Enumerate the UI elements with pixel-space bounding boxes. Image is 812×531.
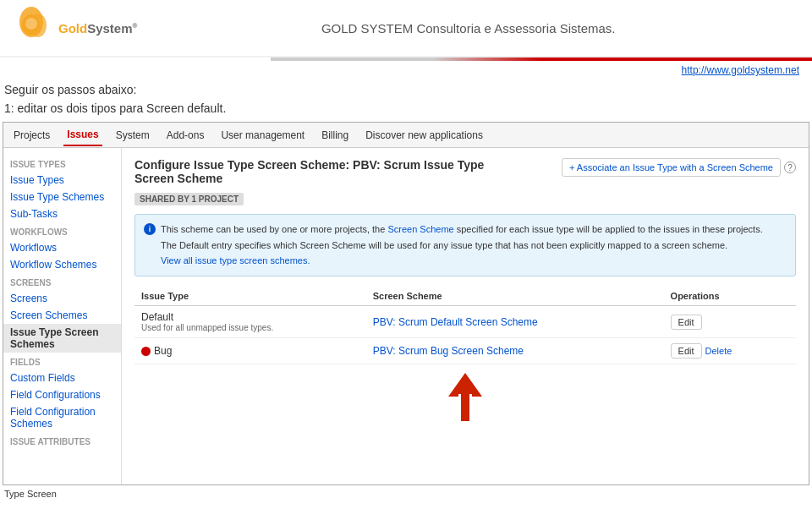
page-title: Configure Issue Type Screen Scheme: PBV:… bbox=[134, 158, 490, 185]
sidebar-item-workflow-schemes[interactable]: Workflow Schemes bbox=[3, 256, 121, 273]
sidebar-section-title-issue-attributes: ISSUE ATTRIBUTES bbox=[3, 432, 121, 449]
issue-type-default: Default Used for all unmapped issue type… bbox=[134, 306, 366, 338]
website-link[interactable]: http://www.goldsystem.net bbox=[682, 64, 799, 76]
edit-btn-default[interactable]: Edit bbox=[671, 315, 702, 330]
page-header-row: Configure Issue Type Screen Scheme: PBV:… bbox=[134, 158, 796, 185]
sidebar-item-screen-schemes[interactable]: Screen Schemes bbox=[3, 307, 121, 324]
info-box: i This scheme can be used by one or more… bbox=[134, 214, 796, 276]
sidebar-item-field-configurations[interactable]: Field Configurations bbox=[3, 386, 121, 403]
associate-btn[interactable]: + Associate an Issue Type with a Screen … bbox=[562, 158, 781, 177]
sidebar: ISSUE TYPES Issue Types Issue Type Schem… bbox=[3, 148, 122, 484]
nav-item-issues[interactable]: Issues bbox=[63, 124, 102, 146]
info-line2: The Default entry specifies which Screen… bbox=[161, 238, 763, 254]
sidebar-section-screens: SCREENS Screens Screen Schemes Issue Typ… bbox=[3, 273, 121, 353]
col-screen-scheme: Screen Scheme bbox=[366, 287, 664, 306]
issue-type-name: Default bbox=[141, 311, 359, 323]
sidebar-section-issue-attributes: ISSUE ATTRIBUTES bbox=[3, 432, 121, 449]
bug-icon bbox=[141, 347, 151, 356]
intro-line1: Seguir os passos abaixo: bbox=[4, 83, 808, 96]
sidebar-item-subtasks[interactable]: Sub-Tasks bbox=[3, 205, 121, 222]
intro-line2: 1: editar os dois tipos para Screen defa… bbox=[4, 101, 808, 115]
col-operations: Operations bbox=[664, 287, 796, 306]
sidebar-item-screens[interactable]: Screens bbox=[3, 290, 121, 307]
sidebar-item-workflows[interactable]: Workflows bbox=[3, 239, 121, 256]
ops-default: Edit bbox=[664, 306, 796, 338]
logo-icon bbox=[13, 7, 55, 49]
nav-item-billing[interactable]: Billing bbox=[318, 125, 352, 145]
nav-item-discover[interactable]: Discover new applications bbox=[362, 125, 486, 145]
issue-type-name-bug: Bug bbox=[141, 345, 359, 357]
info-line1: This scheme can be used by one or more p… bbox=[161, 222, 763, 238]
issue-type-subtext: Used for all unmapped issue types. bbox=[141, 323, 359, 332]
scheme-default: PBV: Scrum Default Screen Scheme bbox=[366, 306, 664, 338]
nav-item-addons[interactable]: Add-ons bbox=[163, 125, 208, 145]
scheme-bug: PBV: Scrum Bug Screen Scheme bbox=[366, 338, 664, 364]
arrow-annotation bbox=[134, 373, 796, 432]
svg-point-2 bbox=[25, 18, 37, 30]
table-row: Bug PBV: Scrum Bug Screen Scheme Edit De… bbox=[134, 338, 796, 364]
nav-item-system[interactable]: System bbox=[112, 125, 153, 145]
logo-text-container: GoldSystem® bbox=[58, 21, 137, 36]
help-icon[interactable]: ? bbox=[784, 161, 796, 173]
nav-bar: Projects Issues System Add-ons User mana… bbox=[3, 123, 809, 148]
svg-marker-4 bbox=[448, 373, 482, 397]
nav-item-usermgmt[interactable]: User management bbox=[217, 125, 308, 145]
sidebar-item-field-config-schemes[interactable]: Field Configuration Schemes bbox=[3, 403, 121, 432]
sidebar-section-title-fields: FIELDS bbox=[3, 353, 121, 370]
info-icon: i bbox=[144, 223, 156, 235]
sidebar-section-fields: FIELDS Custom Fields Field Configuration… bbox=[3, 353, 121, 432]
sidebar-section-issue-types: ISSUE TYPES Issue Types Issue Type Schem… bbox=[3, 155, 121, 222]
issue-type-table: Issue Type Screen Scheme Operations Defa… bbox=[134, 287, 796, 364]
screen-scheme-link[interactable]: Screen Scheme bbox=[387, 224, 453, 234]
table-row: Default Used for all unmapped issue type… bbox=[134, 306, 796, 338]
scheme-link-default[interactable]: PBV: Scrum Default Screen Scheme bbox=[373, 316, 538, 328]
scheme-link-bug[interactable]: PBV: Scrum Bug Screen Scheme bbox=[373, 345, 524, 357]
sidebar-item-issue-type-screen-schemes[interactable]: Issue Type Screen Schemes bbox=[3, 324, 121, 353]
nav-item-projects[interactable]: Projects bbox=[10, 125, 53, 145]
page-content: Configure Issue Type Screen Scheme: PBV:… bbox=[122, 148, 809, 484]
sidebar-item-issue-types[interactable]: Issue Types bbox=[3, 172, 121, 189]
bottom-label: Type Screen bbox=[0, 485, 812, 502]
up-arrow-svg bbox=[444, 373, 486, 428]
delete-link-bug[interactable]: Delete bbox=[705, 346, 732, 356]
main-area: Projects Issues System Add-ons User mana… bbox=[3, 122, 809, 485]
header-title: GOLD SYSTEM Consultoria e Assessoria Sis… bbox=[137, 21, 799, 36]
sidebar-section-title-issue-types: ISSUE TYPES bbox=[3, 155, 121, 172]
edit-btn-bug[interactable]: Edit bbox=[671, 343, 702, 359]
issue-type-bug: Bug bbox=[134, 338, 366, 364]
url-bar: http://www.goldsystem.net bbox=[0, 61, 812, 79]
header: GoldSystem® GOLD SYSTEM Consultoria e As… bbox=[0, 0, 812, 57]
ops-bug: Edit Delete bbox=[664, 338, 796, 364]
view-all-link[interactable]: View all issue type screen schemes. bbox=[161, 255, 310, 266]
shared-badge: SHARED BY 1 PROJECT bbox=[134, 193, 244, 205]
content-row: ISSUE TYPES Issue Types Issue Type Schem… bbox=[3, 148, 809, 484]
info-line3: View all issue type screen schemes. bbox=[161, 253, 763, 269]
intro-section: Seguir os passos abaixo: 1: editar os do… bbox=[0, 79, 812, 122]
logo-container: GoldSystem® bbox=[13, 7, 137, 49]
sidebar-item-issue-type-schemes[interactable]: Issue Type Schemes bbox=[3, 189, 121, 205]
sidebar-item-custom-fields[interactable]: Custom Fields bbox=[3, 370, 121, 386]
sidebar-section-workflows: WORKFLOWS Workflows Workflow Schemes bbox=[3, 222, 121, 273]
sidebar-section-title-screens: SCREENS bbox=[3, 273, 121, 290]
sidebar-section-title-workflows: WORKFLOWS bbox=[3, 222, 121, 239]
svg-rect-3 bbox=[461, 394, 469, 421]
col-issue-type: Issue Type bbox=[134, 287, 366, 306]
